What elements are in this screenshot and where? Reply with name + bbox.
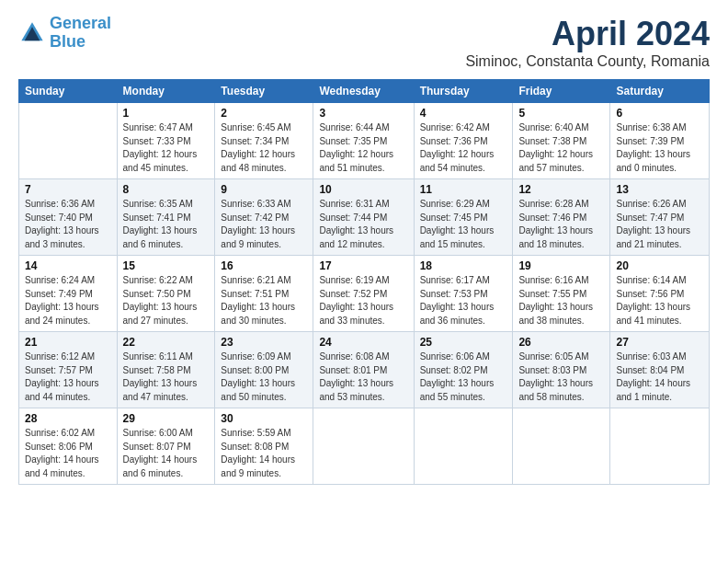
- day-info: Sunrise: 6:02 AM Sunset: 8:06 PM Dayligh…: [25, 427, 111, 480]
- calendar-cell: 3Sunrise: 6:44 AM Sunset: 7:35 PM Daylig…: [313, 103, 414, 179]
- day-number: 19: [518, 259, 604, 272]
- day-number: 25: [420, 336, 507, 349]
- calendar-cell: 12Sunrise: 6:28 AM Sunset: 7:46 PM Dayli…: [513, 179, 610, 256]
- day-number: 12: [518, 183, 604, 196]
- calendar-cell: 20Sunrise: 6:14 AM Sunset: 7:56 PM Dayli…: [610, 256, 710, 332]
- day-number: 7: [25, 183, 111, 196]
- day-number: 29: [123, 412, 210, 425]
- calendar-cell: 25Sunrise: 6:06 AM Sunset: 8:02 PM Dayli…: [414, 332, 513, 408]
- day-number: 16: [221, 259, 307, 272]
- calendar-cell: 13Sunrise: 6:26 AM Sunset: 7:47 PM Dayli…: [610, 179, 710, 256]
- weekday-header-row: SundayMondayTuesdayWednesdayThursdayFrid…: [19, 80, 710, 103]
- day-number: 10: [319, 183, 407, 196]
- day-number: 26: [518, 336, 604, 349]
- day-number: 9: [221, 183, 307, 196]
- calendar-cell: 22Sunrise: 6:11 AM Sunset: 7:58 PM Dayli…: [117, 332, 215, 408]
- header: General Blue April 2024 Siminoc, Constan…: [18, 15, 710, 70]
- day-number: 20: [616, 259, 703, 272]
- week-row-3: 21Sunrise: 6:12 AM Sunset: 7:57 PM Dayli…: [19, 332, 710, 408]
- day-info: Sunrise: 6:45 AM Sunset: 7:34 PM Dayligh…: [221, 121, 307, 175]
- calendar-header: SundayMondayTuesdayWednesdayThursdayFrid…: [19, 80, 710, 103]
- title-block: April 2024 Siminoc, Constanta County, Ro…: [465, 15, 710, 70]
- logo: General Blue: [18, 15, 111, 52]
- calendar-cell: 2Sunrise: 6:45 AM Sunset: 7:34 PM Daylig…: [215, 103, 313, 179]
- day-number: 27: [616, 336, 703, 349]
- day-info: Sunrise: 6:28 AM Sunset: 7:46 PM Dayligh…: [518, 198, 604, 251]
- day-info: Sunrise: 6:21 AM Sunset: 7:51 PM Dayligh…: [221, 274, 307, 327]
- calendar-cell: 6Sunrise: 6:38 AM Sunset: 7:39 PM Daylig…: [610, 103, 710, 179]
- calendar-cell: 21Sunrise: 6:12 AM Sunset: 7:57 PM Dayli…: [19, 332, 118, 408]
- day-number: 28: [25, 412, 111, 425]
- day-info: Sunrise: 6:26 AM Sunset: 7:47 PM Dayligh…: [616, 198, 703, 251]
- day-number: 6: [616, 107, 703, 120]
- day-number: 5: [518, 107, 604, 120]
- day-info: Sunrise: 6:00 AM Sunset: 8:07 PM Dayligh…: [123, 427, 210, 480]
- calendar-cell: 10Sunrise: 6:31 AM Sunset: 7:44 PM Dayli…: [313, 179, 414, 256]
- page: General Blue April 2024 Siminoc, Constan…: [0, 0, 728, 563]
- day-info: Sunrise: 6:16 AM Sunset: 7:55 PM Dayligh…: [518, 274, 604, 327]
- calendar-cell: 8Sunrise: 6:35 AM Sunset: 7:41 PM Daylig…: [117, 179, 215, 256]
- day-info: Sunrise: 6:22 AM Sunset: 7:50 PM Dayligh…: [123, 274, 210, 327]
- day-info: Sunrise: 6:35 AM Sunset: 7:41 PM Dayligh…: [123, 198, 210, 251]
- day-info: Sunrise: 6:40 AM Sunset: 7:38 PM Dayligh…: [518, 121, 604, 175]
- weekday-header-sunday: Sunday: [19, 80, 118, 103]
- subtitle: Siminoc, Constanta County, Romania: [465, 53, 710, 70]
- calendar-cell: 23Sunrise: 6:09 AM Sunset: 8:00 PM Dayli…: [215, 332, 313, 408]
- calendar-cell: 19Sunrise: 6:16 AM Sunset: 7:55 PM Dayli…: [513, 256, 610, 332]
- day-number: 15: [123, 259, 210, 272]
- calendar-cell: [414, 408, 513, 485]
- calendar-cell: 14Sunrise: 6:24 AM Sunset: 7:49 PM Dayli…: [19, 256, 118, 332]
- day-info: Sunrise: 6:44 AM Sunset: 7:35 PM Dayligh…: [319, 121, 407, 175]
- calendar-cell: 16Sunrise: 6:21 AM Sunset: 7:51 PM Dayli…: [215, 256, 313, 332]
- day-info: Sunrise: 5:59 AM Sunset: 8:08 PM Dayligh…: [221, 427, 307, 480]
- day-number: 17: [319, 259, 407, 272]
- calendar-cell: 18Sunrise: 6:17 AM Sunset: 7:53 PM Dayli…: [414, 256, 513, 332]
- week-row-2: 14Sunrise: 6:24 AM Sunset: 7:49 PM Dayli…: [19, 256, 710, 332]
- logo-icon: [18, 19, 46, 47]
- calendar-cell: 29Sunrise: 6:00 AM Sunset: 8:07 PM Dayli…: [117, 408, 215, 485]
- calendar-cell: 24Sunrise: 6:08 AM Sunset: 8:01 PM Dayli…: [313, 332, 414, 408]
- day-info: Sunrise: 6:09 AM Sunset: 8:00 PM Dayligh…: [221, 350, 307, 404]
- weekday-header-saturday: Saturday: [610, 80, 710, 103]
- day-info: Sunrise: 6:31 AM Sunset: 7:44 PM Dayligh…: [319, 198, 407, 251]
- day-number: 2: [221, 107, 307, 120]
- calendar-cell: 9Sunrise: 6:33 AM Sunset: 7:42 PM Daylig…: [215, 179, 313, 256]
- day-number: 22: [123, 336, 210, 349]
- calendar-cell: 30Sunrise: 5:59 AM Sunset: 8:08 PM Dayli…: [215, 408, 313, 485]
- logo-line2: Blue: [50, 32, 85, 51]
- calendar-table: SundayMondayTuesdayWednesdayThursdayFrid…: [18, 79, 710, 485]
- day-info: Sunrise: 6:14 AM Sunset: 7:56 PM Dayligh…: [616, 274, 703, 327]
- calendar-cell: [19, 103, 118, 179]
- calendar-cell: [513, 408, 610, 485]
- weekday-header-wednesday: Wednesday: [313, 80, 414, 103]
- calendar-cell: 17Sunrise: 6:19 AM Sunset: 7:52 PM Dayli…: [313, 256, 414, 332]
- calendar-cell: 11Sunrise: 6:29 AM Sunset: 7:45 PM Dayli…: [414, 179, 513, 256]
- weekday-header-monday: Monday: [117, 80, 215, 103]
- week-row-1: 7Sunrise: 6:36 AM Sunset: 7:40 PM Daylig…: [19, 179, 710, 256]
- day-number: 18: [420, 259, 507, 272]
- day-info: Sunrise: 6:19 AM Sunset: 7:52 PM Dayligh…: [319, 274, 407, 327]
- main-title: April 2024: [465, 15, 710, 53]
- logo-line1: General: [50, 14, 111, 32]
- day-number: 23: [221, 336, 307, 349]
- day-info: Sunrise: 6:29 AM Sunset: 7:45 PM Dayligh…: [420, 198, 507, 251]
- day-number: 4: [420, 107, 507, 120]
- calendar-body: 1Sunrise: 6:47 AM Sunset: 7:33 PM Daylig…: [19, 103, 710, 485]
- day-info: Sunrise: 6:38 AM Sunset: 7:39 PM Dayligh…: [616, 121, 703, 175]
- calendar-cell: 5Sunrise: 6:40 AM Sunset: 7:38 PM Daylig…: [513, 103, 610, 179]
- calendar-cell: [610, 408, 710, 485]
- logo-text: General Blue: [50, 15, 111, 52]
- day-number: 8: [123, 183, 210, 196]
- day-info: Sunrise: 6:24 AM Sunset: 7:49 PM Dayligh…: [25, 274, 111, 327]
- week-row-0: 1Sunrise: 6:47 AM Sunset: 7:33 PM Daylig…: [19, 103, 710, 179]
- calendar-cell: 1Sunrise: 6:47 AM Sunset: 7:33 PM Daylig…: [117, 103, 215, 179]
- day-number: 30: [221, 412, 307, 425]
- weekday-header-thursday: Thursday: [414, 80, 513, 103]
- day-info: Sunrise: 6:06 AM Sunset: 8:02 PM Dayligh…: [420, 350, 507, 404]
- day-info: Sunrise: 6:47 AM Sunset: 7:33 PM Dayligh…: [123, 121, 210, 175]
- day-info: Sunrise: 6:11 AM Sunset: 7:58 PM Dayligh…: [123, 350, 210, 404]
- day-info: Sunrise: 6:12 AM Sunset: 7:57 PM Dayligh…: [25, 350, 111, 404]
- day-info: Sunrise: 6:36 AM Sunset: 7:40 PM Dayligh…: [25, 198, 111, 251]
- day-info: Sunrise: 6:17 AM Sunset: 7:53 PM Dayligh…: [420, 274, 507, 327]
- weekday-header-friday: Friday: [513, 80, 610, 103]
